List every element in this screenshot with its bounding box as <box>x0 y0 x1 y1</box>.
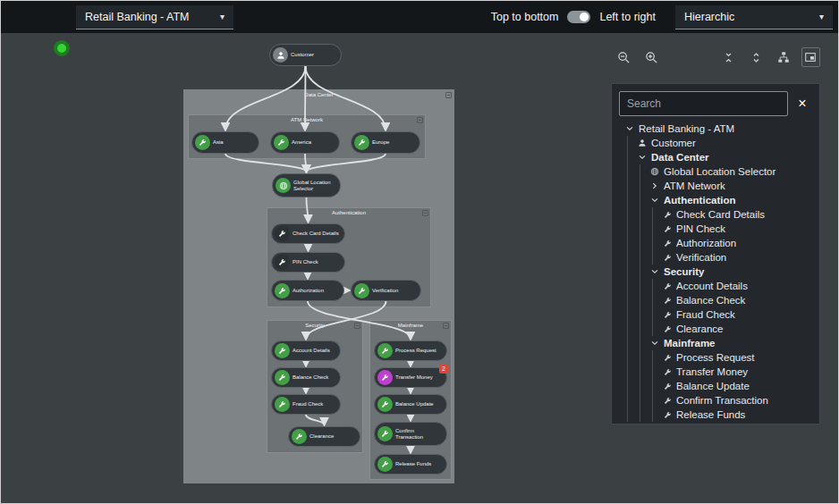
node-label: Fraud Check <box>292 401 326 407</box>
node-fraud-check[interactable]: Fraud Check <box>271 394 341 415</box>
wrench-icon <box>275 343 290 358</box>
tree-item-fraud-check[interactable]: Fraud Check <box>619 307 812 322</box>
tree-item-label: PIN Check <box>676 223 725 234</box>
tree-guide-line <box>640 236 652 250</box>
node-pin-check[interactable]: PIN Check <box>271 252 345 273</box>
tree-guide-line <box>627 207 640 222</box>
node-label: Confirm Transaction <box>395 428 446 440</box>
tree-guide-line <box>640 365 652 379</box>
zoom-in-icon[interactable] <box>642 47 662 67</box>
tree-item-balance-check[interactable]: Balance Check <box>619 293 812 307</box>
tree-guide-line <box>627 365 640 379</box>
node-release-funds[interactable]: Release Funds <box>374 454 447 475</box>
overview-icon[interactable] <box>801 47 821 67</box>
tree-item-label: Account Details <box>676 281 748 291</box>
tree-item-mainframe[interactable]: Mainframe <box>619 336 812 350</box>
tree-guide-line <box>640 336 652 350</box>
tree-item-process-request[interactable]: Process Request <box>619 350 812 365</box>
close-icon[interactable]: × <box>792 94 812 113</box>
node-asia[interactable]: Asia <box>191 131 259 154</box>
tree-item-customer[interactable]: Customer <box>619 136 812 150</box>
wrench-icon <box>377 457 393 472</box>
dataset-dropdown[interactable]: Retail Banking - ATM ▾ <box>76 5 233 29</box>
wrench-icon <box>377 397 393 412</box>
tree-item-clearance[interactable]: Clearance <box>619 322 812 336</box>
node-clearance[interactable]: Clearance <box>288 426 360 447</box>
node-europe[interactable]: Europe <box>351 131 420 154</box>
tree-item-confirm-transaction[interactable]: Confirm Transaction <box>619 393 812 407</box>
node-authorization[interactable]: Authorization <box>271 280 344 301</box>
zoom-out-icon[interactable] <box>614 47 634 67</box>
search-row: × <box>619 91 812 116</box>
tree-item-balance-update[interactable]: Balance Update <box>619 379 812 393</box>
orientation-label-left-to-right: Left to right <box>599 11 656 23</box>
node-customer[interactable]: Customer <box>269 44 342 66</box>
wrench-icon <box>195 135 210 150</box>
chevron-down-icon: ▾ <box>819 12 824 21</box>
tree-item-label: Authentication <box>664 195 736 206</box>
wrench-icon <box>275 397 290 412</box>
wrench-icon <box>377 370 393 385</box>
tree-item-authentication[interactable]: Authentication <box>619 193 812 207</box>
node-balance-check[interactable]: Balance Check <box>271 367 341 388</box>
orientation-toggle[interactable] <box>567 11 590 23</box>
node-balance-update[interactable]: Balance Update <box>374 394 447 415</box>
tree-guide-line <box>627 236 640 250</box>
tree-guide-line <box>652 236 665 250</box>
tree-guide-line <box>652 307 665 322</box>
layout-dropdown-value: Hierarchic <box>684 11 734 23</box>
node-label: Europe <box>372 139 393 146</box>
node-confirm-transaction[interactable]: Confirm Transaction <box>374 422 447 446</box>
tree-item-verification[interactable]: Verification <box>619 250 812 265</box>
tree-guide-line <box>627 265 640 279</box>
tree-item-check-card-details[interactable]: Check Card Details <box>619 207 812 222</box>
tree-guide-line <box>652 365 665 379</box>
tree-guide-line <box>652 293 665 307</box>
tree-guide-line <box>627 222 640 236</box>
tree-item-label: Verification <box>676 252 726 263</box>
tree-item-release-funds[interactable]: Release Funds <box>619 407 812 422</box>
node-process-request[interactable]: Process Request <box>374 340 447 361</box>
node-transfer-money[interactable]: Transfer Money2 <box>374 367 447 388</box>
node-label: Verification <box>372 288 402 294</box>
node-check-card-details[interactable]: Check Card Details <box>271 223 345 244</box>
node-account-details[interactable]: Account Details <box>271 340 341 361</box>
tree-item-atm-network[interactable]: ATM Network <box>619 179 812 193</box>
tree-item-data-center[interactable]: Data Center <box>619 150 812 164</box>
expand-icon[interactable] <box>747 47 767 67</box>
hierarchy-icon[interactable] <box>774 47 793 67</box>
wrench-icon <box>275 370 290 385</box>
tree-item-label: Fraud Check <box>676 309 735 320</box>
tree-item-security[interactable]: Security <box>619 265 812 279</box>
node-america[interactable]: America <box>270 131 340 154</box>
tree-item-retail-banking-atm[interactable]: Retail Banking - ATM <box>619 122 812 136</box>
chevron-down-icon[interactable] <box>623 124 637 133</box>
tree-guide-line <box>652 393 665 407</box>
person-icon <box>273 47 288 63</box>
tree-item-global-location-selector[interactable]: Global Location Selector <box>619 164 812 179</box>
search-input[interactable] <box>619 91 788 116</box>
tree-item-transfer-money[interactable]: Transfer Money <box>619 365 812 379</box>
tree-guide-line <box>640 322 652 336</box>
tree-guide-line <box>627 407 640 422</box>
node-label: PIN Check <box>292 259 322 265</box>
tree-guide-line <box>627 279 640 293</box>
node-label: Clearance <box>309 433 337 440</box>
tree-guide-line <box>627 336 640 350</box>
wrench-icon <box>292 429 307 444</box>
node-global-location-selector[interactable]: Global Location Selector <box>272 173 341 197</box>
tree-guide-line <box>652 407 665 422</box>
tree-item-account-details[interactable]: Account Details <box>619 279 812 293</box>
tree-guide-line <box>640 207 652 222</box>
tree-guide-line <box>652 207 665 222</box>
tree-item-pin-check[interactable]: PIN Check <box>619 222 812 236</box>
collapse-icon[interactable] <box>719 47 739 67</box>
node-verification[interactable]: Verification <box>351 280 421 301</box>
toggle-knob <box>580 13 589 21</box>
tree-item-authorization[interactable]: Authorization <box>619 236 812 250</box>
layout-dropdown[interactable]: Hierarchic ▾ <box>675 5 833 29</box>
tree-item-label: Confirm Transaction <box>676 395 768 406</box>
node-label: Asia <box>213 139 227 146</box>
wrench-icon <box>354 135 369 150</box>
node-label: Balance Check <box>292 374 332 381</box>
